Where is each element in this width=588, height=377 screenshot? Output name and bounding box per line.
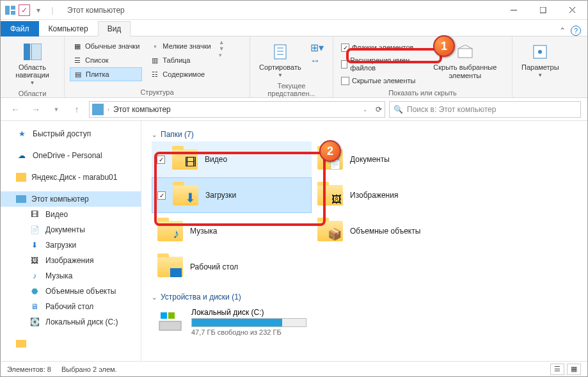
chevron-down-icon: ⌄ (152, 131, 157, 138)
chevron-down-icon: ▼ (537, 72, 543, 78)
group-showhide-label: Показать или скрыть (338, 88, 507, 97)
tab-computer[interactable]: Компьютер (39, 21, 98, 36)
music-folder-icon: ♪ (157, 218, 184, 245)
folder-videos[interactable]: 🎞 Видео (152, 141, 312, 177)
options-button[interactable]: Параметры ▼ (518, 39, 563, 81)
forward-button[interactable]: → (28, 101, 44, 118)
list-icon: ☰ (72, 55, 83, 65)
svg-rect-13 (458, 49, 472, 58)
layout-scroll-down[interactable]: ▼ (219, 45, 225, 52)
help-icon[interactable]: ? (571, 26, 581, 36)
minimize-button[interactable] (499, 1, 528, 20)
svg-rect-17 (161, 312, 167, 319)
navigation-tree[interactable]: ★Быстрый доступ ☁OneDrive - Personal Янд… (1, 121, 141, 361)
nav-onedrive[interactable]: ☁OneDrive - Personal (1, 148, 141, 163)
nav-desktop[interactable]: 🖥Рабочий стол (1, 299, 141, 314)
video-icon: 🎞 (29, 209, 40, 220)
drive-icon (157, 309, 184, 335)
cube-icon: ⬣ (29, 285, 40, 297)
devices-section-header[interactable]: ⌄ Устройства и диски (1) (152, 290, 577, 304)
details-view-button[interactable]: ☰ (550, 364, 564, 375)
layout-scroll-up[interactable]: ▲ (219, 39, 225, 45)
close-button[interactable] (558, 1, 587, 20)
breadcrumb[interactable]: › Этот компьютер ⌄ ⟳ (89, 101, 385, 118)
folder-documents[interactable]: 📄 Документы (312, 141, 472, 177)
chevron-down-icon: ▼ (30, 80, 35, 86)
drive-local-c[interactable]: Локальный диск (C:) 47,7 ГБ свободно из … (152, 304, 577, 340)
item-checkbox[interactable] (157, 156, 165, 164)
title-bar: ✓ ▾ | Этот компьютер (1, 1, 587, 20)
tab-file[interactable]: Файл (1, 21, 39, 36)
item-checkbox[interactable] (157, 191, 166, 200)
nav-unknown[interactable] (1, 336, 141, 351)
layout-table[interactable]: ▥Таблица (147, 53, 213, 67)
folder-music[interactable]: ♪ Музыка (152, 213, 312, 249)
up-button[interactable]: ↑ (68, 101, 85, 118)
add-columns-icon[interactable]: ⊞▾ (310, 42, 324, 54)
nav-pictures[interactable]: 🖼Изображения (1, 253, 141, 268)
svg-rect-8 (31, 44, 42, 60)
this-pc-icon (92, 104, 104, 115)
nav-3d-objects[interactable]: ⬣Объемные объекты (1, 284, 141, 299)
checkbox-icon (341, 77, 349, 85)
search-icon: 🔍 (393, 105, 403, 114)
status-bar: Элементов: 8 Выбрано 2 элем. ☰ ▦ (1, 361, 587, 376)
chevron-down-icon[interactable]: ⌄ (363, 106, 368, 113)
group-panes-label: Области (6, 88, 59, 97)
content-area[interactable]: ⌄ Папки (7) 🎞 Видео 📄 Документы ⬇ Загруз… (141, 121, 587, 361)
qat-dropdown-icon[interactable]: ▾ (33, 4, 44, 16)
filename-extensions-toggle[interactable]: Расширения имен файлов (338, 57, 418, 71)
navigation-pane-button[interactable]: Область навигации ▼ (6, 39, 59, 88)
layout-small-icons[interactable]: ▫Мелкие значки (147, 39, 213, 53)
ribbon-collapse-icon[interactable]: ⌃ (559, 26, 566, 35)
chevron-right-icon: › (107, 106, 109, 113)
recent-button[interactable]: ▼ (48, 101, 65, 118)
folder-icon (16, 340, 26, 348)
svg-rect-16 (159, 321, 181, 330)
regular-icons-icon: ▦ (72, 41, 83, 51)
breadcrumb-location[interactable]: Этот компьютер (113, 105, 171, 114)
nav-this-pc[interactable]: Этот компьютер (1, 191, 141, 207)
folders-section-header[interactable]: ⌄ Папки (7) (152, 127, 577, 141)
sort-button[interactable]: Сортировать ▼ (255, 39, 305, 81)
refresh-icon[interactable]: ⟳ (376, 105, 382, 114)
svg-point-15 (538, 50, 542, 54)
large-icons-view-button[interactable]: ▦ (567, 364, 581, 375)
layout-list[interactable]: ☰Список (70, 53, 142, 67)
layout-tiles[interactable]: ▤Плитка (70, 67, 142, 81)
svg-rect-7 (24, 44, 30, 60)
nav-downloads[interactable]: ⬇Загрузки (1, 237, 141, 253)
group-layout-label: Структура (70, 87, 244, 96)
nav-music[interactable]: ♪Музыка (1, 268, 141, 284)
back-button[interactable]: ← (7, 101, 24, 118)
music-icon: ♪ (29, 270, 40, 282)
drive-usage-bar (191, 318, 306, 327)
cloud-icon: ☁ (16, 150, 28, 161)
svg-rect-4 (540, 7, 546, 13)
layout-content[interactable]: ☷Содержимое (147, 67, 213, 81)
folder-pictures[interactable]: 🖼 Изображения (312, 177, 472, 213)
nav-yandex-disk[interactable]: Яндекс.Диск - marabu01 (1, 170, 141, 185)
search-input[interactable]: 🔍 Поиск в: Этот компьютер (389, 101, 581, 118)
nav-videos[interactable]: 🎞Видео (1, 207, 141, 222)
maximize-button[interactable] (528, 1, 558, 20)
small-icons-icon: ▫ (150, 41, 160, 51)
qat-checkbox-icon[interactable]: ✓ (19, 4, 30, 16)
documents-folder-icon: 📄 (317, 146, 344, 173)
nav-quick-access[interactable]: ★Быстрый доступ (1, 126, 141, 141)
layout-regular-icons[interactable]: ▦Обычные значки (70, 39, 142, 53)
hide-selected-button[interactable]: Скрыть выбранные элементы (424, 39, 507, 83)
tab-view[interactable]: Вид (98, 21, 131, 36)
folder-downloads[interactable]: ⬇ Загрузки (152, 177, 312, 213)
3d-folder-icon: 📦 (317, 218, 344, 245)
nav-documents[interactable]: 📄Документы (1, 222, 141, 237)
hidden-items-toggle[interactable]: Скрытые элементы (338, 74, 418, 88)
layout-more[interactable]: ▾ (219, 52, 225, 58)
item-checkboxes-toggle[interactable]: Флажки элементов (338, 40, 418, 54)
size-columns-icon[interactable]: ↔ (310, 55, 324, 67)
pictures-folder-icon: 🖼 (317, 182, 344, 209)
content-icon: ☷ (150, 69, 160, 79)
nav-local-disk[interactable]: 💽Локальный диск (C:) (1, 314, 141, 330)
folder-3d-objects[interactable]: 📦 Объемные объекты (312, 213, 472, 249)
folder-desktop[interactable]: Рабочий стол (152, 249, 312, 285)
